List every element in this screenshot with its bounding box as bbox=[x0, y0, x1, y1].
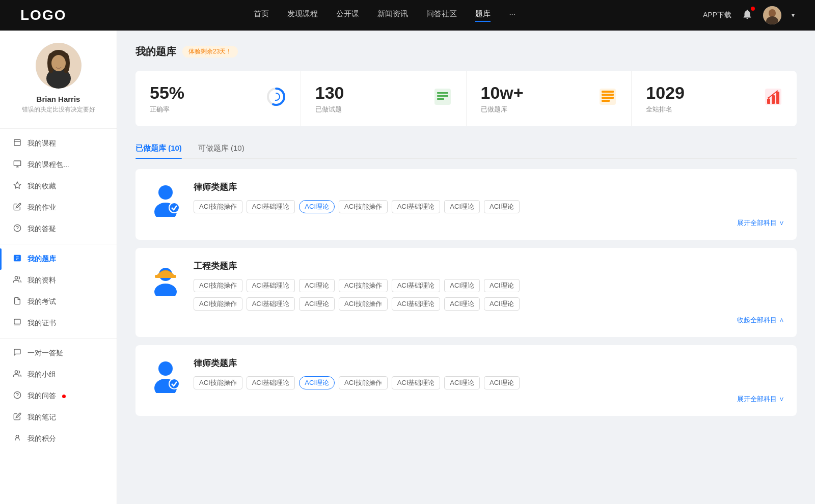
bank-tag[interactable]: ACI基础理论 bbox=[247, 297, 295, 311]
nav-opencourse[interactable]: 公开课 bbox=[336, 9, 359, 22]
stat-accuracy-icon bbox=[266, 87, 286, 110]
nav-more[interactable]: ··· bbox=[509, 9, 515, 22]
bank-card-lawyer-1-title: 律师类题库 bbox=[194, 181, 784, 193]
sidebar-item-points[interactable]: 我的积分 bbox=[0, 428, 117, 450]
sidebar-item-certificate[interactable]: 我的证书 bbox=[0, 313, 117, 334]
sidebar-item-myqa[interactable]: 我的问答 bbox=[0, 385, 117, 407]
svg-point-48 bbox=[169, 203, 179, 213]
user-avatar[interactable] bbox=[763, 6, 781, 24]
bank-card-lawyer-2: 律师类题库 ACI技能操作ACI基础理论ACI理论ACI技能操作ACI基础理论A… bbox=[135, 345, 797, 416]
nav-home[interactable]: 首页 bbox=[254, 9, 269, 22]
svg-rect-23 bbox=[14, 319, 20, 324]
bank-tag[interactable]: ACI理论 bbox=[299, 297, 335, 311]
stat-done-label: 已做试题 bbox=[315, 105, 344, 114]
bank-card-lawyer-2-tags: ACI技能操作ACI基础理论ACI理论ACI技能操作ACI基础理论ACI理论AC… bbox=[194, 376, 784, 389]
bank-card-engineer: 工程类题库 ACI技能操作ACI基础理论ACI理论ACI技能操作ACI基础理论A… bbox=[135, 248, 797, 337]
bank-tag[interactable]: ACI理论 bbox=[484, 279, 520, 292]
sidebar-item-favorites-label: 我的收藏 bbox=[28, 182, 56, 191]
exam-icon bbox=[12, 297, 22, 307]
svg-rect-40 bbox=[602, 100, 610, 102]
nav-discover[interactable]: 发现课程 bbox=[287, 9, 318, 22]
sidebar-item-course-label: 我的课程 bbox=[28, 139, 56, 148]
bank-tag[interactable]: ACI理论 bbox=[444, 297, 480, 311]
layout: Brian Harris 错误的决定比没有决定要好 我的课程 我的课程包... … bbox=[0, 31, 815, 504]
tab-available-banks[interactable]: 可做题库 (10) bbox=[198, 138, 244, 158]
sidebar-item-materials-label: 我的资料 bbox=[28, 276, 56, 285]
bank-card-lawyer-1-expand[interactable]: 展开全部科目 ∨ bbox=[737, 218, 784, 228]
sidebar-item-group[interactable]: 我的小组 bbox=[0, 364, 117, 385]
bank-tag[interactable]: ACI基础理论 bbox=[392, 297, 441, 311]
svg-rect-10 bbox=[14, 139, 20, 146]
sidebar-item-myqa-label: 我的问答 bbox=[28, 391, 56, 401]
sidebar-item-questionbank[interactable]: 我的题库 bbox=[0, 248, 117, 270]
bank-tag[interactable]: ACI基础理论 bbox=[392, 200, 441, 213]
bank-tag[interactable]: ACI理论 bbox=[299, 279, 335, 292]
bank-tag[interactable]: ACI基础理论 bbox=[247, 376, 295, 389]
sidebar-item-one-on-one[interactable]: 一对一答疑 bbox=[0, 343, 117, 364]
bank-tag[interactable]: ACI基础理论 bbox=[247, 200, 295, 213]
stat-done-questions: 130 已做试题 bbox=[301, 71, 467, 126]
app-download[interactable]: APP下载 bbox=[703, 11, 731, 20]
bell-icon[interactable] bbox=[742, 9, 753, 22]
bank-tag[interactable]: ACI技能操作 bbox=[339, 376, 388, 389]
course-icon bbox=[12, 138, 22, 149]
bank-card-engineer-collapse[interactable]: 收起全部科目 ∧ bbox=[737, 316, 784, 325]
sidebar-item-exam[interactable]: 我的考试 bbox=[0, 291, 117, 313]
bank-tag[interactable]: ACI理论 bbox=[299, 200, 335, 213]
bank-tag[interactable]: ACI技能操作 bbox=[339, 200, 388, 213]
stat-ranking-icon bbox=[764, 88, 782, 109]
sidebar-item-notes[interactable]: 我的笔记 bbox=[0, 407, 117, 428]
stat-done-left: 130 已做试题 bbox=[315, 83, 344, 114]
trial-badge: 体验剩余23天！ bbox=[182, 46, 238, 58]
svg-point-52 bbox=[158, 361, 173, 376]
sidebar-item-materials[interactable]: 我的资料 bbox=[0, 270, 117, 291]
myqa-red-dot bbox=[62, 395, 66, 398]
sidebar-item-favorites[interactable]: 我的收藏 bbox=[0, 176, 117, 197]
bank-tag[interactable]: ACI理论 bbox=[444, 200, 480, 213]
bank-card-lawyer-1-tags: ACI技能操作ACI基础理论ACI理论ACI技能操作ACI基础理论ACI理论AC… bbox=[194, 200, 784, 213]
nav-questions[interactable]: 题库 bbox=[475, 9, 491, 22]
sidebar-item-one-on-one-label: 一对一答疑 bbox=[28, 349, 63, 358]
materials-icon bbox=[12, 275, 22, 286]
svg-rect-51 bbox=[155, 275, 176, 278]
svg-marker-15 bbox=[14, 182, 20, 188]
stat-banks-label: 已做题库 bbox=[481, 105, 524, 114]
tab-done-banks[interactable]: 已做题库 (10) bbox=[135, 138, 182, 158]
bank-tag[interactable]: ACI技能操作 bbox=[339, 279, 388, 292]
bank-tag[interactable]: ACI理论 bbox=[484, 200, 520, 213]
bank-tag[interactable]: ACI技能操作 bbox=[194, 279, 242, 292]
coursepack-icon bbox=[12, 160, 22, 170]
homework-icon bbox=[12, 203, 22, 213]
sidebar-item-questionbank-label: 我的题库 bbox=[28, 255, 56, 264]
sidebar-item-homework-label: 我的作业 bbox=[28, 203, 56, 212]
bank-tag[interactable]: ACI技能操作 bbox=[194, 200, 242, 213]
bank-card-lawyer-2-expand[interactable]: 展开全部科目 ∨ bbox=[737, 395, 784, 404]
sidebar-item-coursepack-label: 我的课程包... bbox=[28, 160, 69, 170]
bank-card-lawyer-1-body: 律师类题库 ACI技能操作ACI基础理论ACI理论ACI技能操作ACI基础理论A… bbox=[194, 181, 784, 228]
nav-news[interactable]: 新闻资讯 bbox=[377, 9, 408, 22]
bank-tag[interactable]: ACI理论 bbox=[299, 376, 335, 389]
nav-qa[interactable]: 问答社区 bbox=[426, 9, 457, 22]
stat-done-icon bbox=[433, 88, 452, 109]
bank-card-engineer-title: 工程类题库 bbox=[194, 260, 784, 272]
bank-tag[interactable]: ACI技能操作 bbox=[194, 297, 242, 311]
sidebar-item-homework[interactable]: 我的作业 bbox=[0, 197, 117, 218]
user-menu-chevron[interactable]: ▾ bbox=[792, 12, 795, 19]
svg-rect-39 bbox=[602, 97, 614, 99]
sidebar-divider-1 bbox=[0, 128, 117, 129]
bank-tag[interactable]: ACI理论 bbox=[444, 376, 480, 389]
bank-tag[interactable]: ACI理论 bbox=[484, 297, 520, 311]
bank-tag[interactable]: ACI基础理论 bbox=[247, 279, 295, 292]
sidebar-item-answers[interactable]: 我的答疑 bbox=[0, 218, 117, 240]
bank-tag[interactable]: ACI基础理论 bbox=[392, 376, 441, 389]
stat-accuracy-value: 55% bbox=[150, 83, 184, 103]
sidebar-item-course[interactable]: 我的课程 bbox=[0, 133, 117, 154]
bank-tag[interactable]: ACI技能操作 bbox=[194, 376, 242, 389]
bank-tag[interactable]: ACI基础理论 bbox=[392, 279, 441, 292]
bank-tag[interactable]: ACI理论 bbox=[444, 279, 480, 292]
answers-icon bbox=[12, 224, 22, 234]
svg-point-31 bbox=[273, 93, 280, 100]
sidebar-item-coursepack[interactable]: 我的课程包... bbox=[0, 154, 117, 176]
bank-tag[interactable]: ACI技能操作 bbox=[339, 297, 388, 311]
bank-tag[interactable]: ACI理论 bbox=[484, 376, 520, 389]
